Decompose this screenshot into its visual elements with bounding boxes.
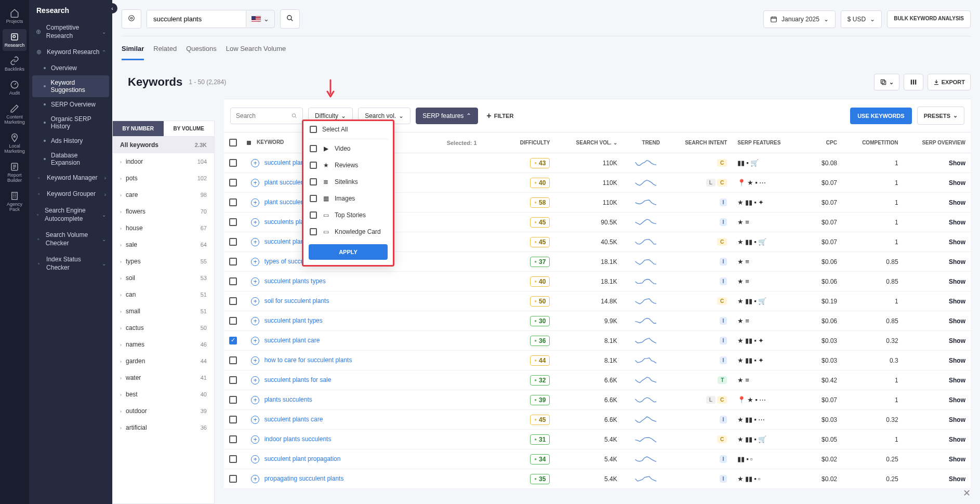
expand-icon[interactable]: + bbox=[251, 396, 259, 404]
sidebar-collapse[interactable]: ‹ bbox=[107, 3, 117, 14]
cat-can[interactable]: ›can 51 bbox=[113, 286, 214, 303]
row-checkbox[interactable] bbox=[229, 179, 237, 187]
col-cpc[interactable]: CPC bbox=[800, 132, 842, 153]
show-serp-link[interactable]: Show bbox=[949, 357, 965, 364]
serp-opt-images[interactable]: ▦ Images bbox=[303, 190, 393, 207]
nav-search-engine-autocomplete[interactable]: ◦Search Engine Autocomplete ⌄ bbox=[29, 203, 112, 227]
rail-agency-pack[interactable]: Agency Pack bbox=[3, 188, 27, 215]
export-button[interactable]: EXPORT bbox=[928, 74, 971, 90]
row-checkbox[interactable] bbox=[229, 317, 237, 325]
expand-icon[interactable]: + bbox=[251, 337, 259, 345]
col-volume[interactable]: SEARCH VOL. ⌄ bbox=[555, 132, 622, 153]
expand-icon[interactable]: + bbox=[251, 297, 259, 306]
cat-best[interactable]: ›best 40 bbox=[113, 386, 214, 403]
row-checkbox[interactable] bbox=[229, 376, 237, 384]
show-serp-link[interactable]: Show bbox=[949, 436, 965, 443]
tab-similar[interactable]: Similar bbox=[122, 43, 144, 60]
show-serp-link[interactable]: Show bbox=[949, 238, 965, 246]
columns-button[interactable] bbox=[904, 74, 923, 90]
cat-cactus[interactable]: ›cactus 50 bbox=[113, 320, 214, 336]
nav-sub-ads-history[interactable]: Ads History bbox=[29, 134, 112, 148]
cat-house[interactable]: ›house 67 bbox=[113, 220, 214, 236]
keyword-link[interactable]: how to care for succulent plants bbox=[264, 356, 352, 364]
keyword-link[interactable]: succulent plant types bbox=[264, 317, 323, 324]
row-checkbox[interactable] bbox=[229, 218, 237, 226]
expand-icon[interactable]: + bbox=[251, 455, 259, 463]
row-checkbox[interactable] bbox=[229, 455, 237, 463]
cat-pots[interactable]: ›pots 102 bbox=[113, 170, 214, 187]
keyword-link[interactable]: plants succulents bbox=[264, 396, 312, 403]
cat-sale[interactable]: ›sale 64 bbox=[113, 236, 214, 253]
cat-names[interactable]: ›names 46 bbox=[113, 336, 214, 353]
cat-soil[interactable]: ›soil 53 bbox=[113, 270, 214, 286]
nav-competitive-research[interactable]: ⊕Competitive Research ⌄ bbox=[29, 20, 112, 44]
keyword-link[interactable]: succulent plants for sale bbox=[264, 376, 332, 383]
row-checkbox[interactable] bbox=[229, 356, 237, 364]
rail-audit[interactable]: Audit bbox=[3, 77, 27, 99]
expand-icon[interactable]: + bbox=[251, 475, 259, 483]
cat-artificial[interactable]: ›artificial 36 bbox=[113, 419, 214, 436]
cat-All-keywords[interactable]: All keywords 2.3K bbox=[113, 137, 214, 153]
rail-content-marketing[interactable]: Content Marketing bbox=[3, 101, 27, 128]
cat-garden[interactable]: ›garden 44 bbox=[113, 353, 214, 369]
show-serp-link[interactable]: Show bbox=[949, 160, 965, 167]
show-serp-link[interactable]: Show bbox=[949, 298, 965, 305]
rail-report-builder[interactable]: Report Builder bbox=[3, 159, 27, 186]
keyword-link[interactable]: succulent plant propagation bbox=[264, 455, 341, 462]
select-all-checkbox[interactable] bbox=[229, 139, 237, 147]
show-serp-link[interactable]: Show bbox=[949, 179, 965, 187]
show-serp-link[interactable]: Show bbox=[949, 456, 965, 463]
cat-outdoor[interactable]: ›outdoor 39 bbox=[113, 403, 214, 419]
col-comp[interactable]: COMPETITION bbox=[842, 132, 904, 153]
serp-opt-sitelinks[interactable]: ≣ Sitelinks bbox=[303, 174, 393, 190]
close-icon[interactable]: ✕ bbox=[963, 487, 971, 489]
show-serp-link[interactable]: Show bbox=[949, 258, 965, 266]
expand-icon[interactable]: + bbox=[251, 277, 259, 286]
show-serp-link[interactable]: Show bbox=[949, 199, 965, 206]
col-intent[interactable]: SEARCH INTENT bbox=[665, 132, 732, 153]
col-overview[interactable]: SERP OVERVIEW bbox=[904, 132, 971, 153]
col-difficulty[interactable]: DIFFICULTY bbox=[496, 132, 555, 153]
row-checkbox[interactable] bbox=[229, 238, 237, 246]
filter-search-input[interactable] bbox=[236, 112, 292, 120]
tab-questions[interactable]: Questions bbox=[186, 43, 217, 60]
show-serp-link[interactable]: Show bbox=[949, 219, 965, 226]
nav-sub-overview[interactable]: Overview bbox=[29, 61, 112, 75]
nav-keyword-grouper[interactable]: ◦Keyword Grouper › bbox=[29, 186, 112, 203]
nav-sub-database-expansion[interactable]: Database Expansion bbox=[29, 148, 112, 170]
nav-index-status-checker[interactable]: ◦Index Status Checker ⌄ bbox=[29, 251, 112, 276]
bulk-analysis-button[interactable]: BULK KEYWORD ANALYSIS bbox=[887, 10, 971, 28]
expand-icon[interactable]: + bbox=[251, 435, 259, 444]
rail-backlinks[interactable]: Backlinks bbox=[3, 53, 27, 75]
serp-opt-knowledge-card[interactable]: ▭ Knowledge Card bbox=[303, 223, 393, 240]
cat-water[interactable]: ›water 41 bbox=[113, 369, 214, 386]
nav-sub-keyword-suggestions[interactable]: Keyword Suggestions bbox=[32, 75, 109, 97]
cat-types[interactable]: ›types 55 bbox=[113, 253, 214, 270]
add-filter[interactable]: + FILTER bbox=[483, 107, 517, 125]
serp-opt-top-stories[interactable]: ▭ Top Stories bbox=[303, 207, 393, 223]
show-serp-link[interactable]: Show bbox=[949, 317, 965, 325]
search-button[interactable] bbox=[280, 9, 300, 29]
nav-keyword-manager[interactable]: ◦Keyword Manager › bbox=[29, 170, 112, 187]
tab-low-search-volume[interactable]: Low Search Volume bbox=[226, 43, 286, 60]
keyword-link[interactable]: soil for succulent plants bbox=[264, 297, 329, 304]
nav-sub-serp-overview[interactable]: SERP Overview bbox=[29, 97, 112, 112]
rail-projects[interactable]: Projects bbox=[3, 5, 27, 27]
serp-features-filter[interactable]: SERP features ⌃ bbox=[416, 108, 478, 124]
cat-small[interactable]: ›small 51 bbox=[113, 303, 214, 320]
serp-opt-reviews[interactable]: ★ Reviews bbox=[303, 157, 393, 174]
row-checkbox[interactable] bbox=[229, 475, 237, 483]
expand-icon[interactable]: + bbox=[251, 356, 259, 365]
filter-search[interactable] bbox=[230, 108, 303, 124]
row-checkbox[interactable] bbox=[229, 277, 237, 285]
keyword-link[interactable]: succulent plant care bbox=[264, 337, 320, 344]
keyword-link[interactable]: propagating succulent plants bbox=[264, 475, 344, 482]
show-serp-link[interactable]: Show bbox=[949, 416, 965, 423]
col-serp[interactable]: SERP FEATURES bbox=[732, 132, 799, 153]
nav-sub-organic-serp-history[interactable]: Organic SERP History bbox=[29, 112, 112, 134]
row-checkbox[interactable] bbox=[229, 396, 237, 404]
row-checkbox[interactable] bbox=[229, 337, 237, 344]
row-checkbox[interactable] bbox=[229, 258, 237, 266]
cat-indoor[interactable]: ›indoor 104 bbox=[113, 153, 214, 170]
nav-keyword-research[interactable]: ⊕Keyword Research ⌃ bbox=[29, 44, 112, 61]
